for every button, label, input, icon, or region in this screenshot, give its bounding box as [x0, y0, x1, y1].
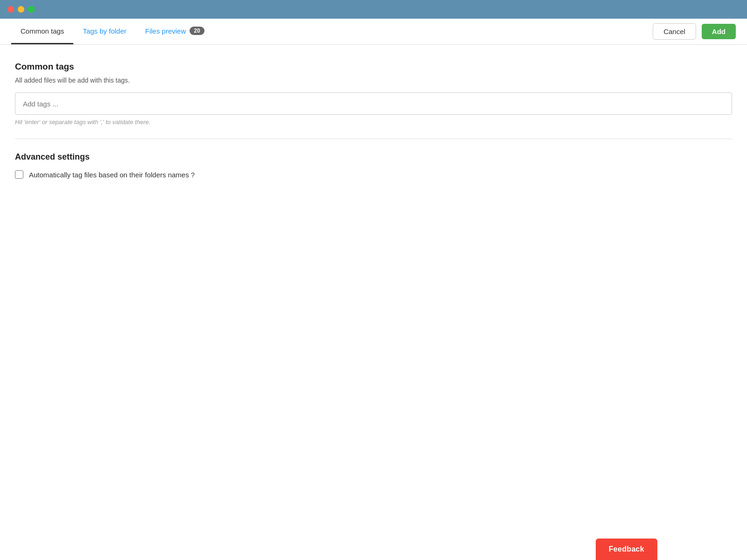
auto-tag-label[interactable]: Automatically tag files based on their f…	[29, 171, 195, 179]
add-button[interactable]: Add	[702, 24, 736, 39]
tab-tags-by-folder-label: Tags by folder	[83, 27, 126, 35]
advanced-settings-title: Advanced settings	[15, 152, 732, 162]
tags-hint: Hit 'enter' or separate tags with ',' to…	[15, 119, 732, 126]
maximize-button[interactable]	[28, 6, 35, 13]
main-content: Common tags All added files will be add …	[0, 45, 747, 179]
section-divider	[15, 139, 732, 139]
files-preview-badge: 20	[190, 27, 204, 35]
feedback-button[interactable]: Feedback	[596, 539, 657, 560]
section-title: Common tags	[15, 62, 732, 72]
tabbar: Common tags Tags by folder Files preview…	[0, 19, 747, 45]
titlebar	[0, 0, 747, 19]
tab-files-preview[interactable]: Files preview 20	[136, 19, 214, 44]
tab-files-preview-label: Files preview	[145, 27, 186, 35]
tabbar-actions: Cancel Add	[653, 23, 736, 40]
tab-tags-by-folder[interactable]: Tags by folder	[73, 19, 135, 44]
tab-common-tags[interactable]: Common tags	[11, 19, 73, 44]
close-button[interactable]	[7, 6, 14, 13]
tab-common-tags-label: Common tags	[21, 27, 64, 35]
cancel-button[interactable]: Cancel	[653, 23, 696, 40]
auto-tag-checkbox[interactable]	[15, 170, 23, 179]
auto-tag-row: Automatically tag files based on their f…	[15, 170, 732, 179]
section-subtitle: All added files will be add with this ta…	[15, 77, 732, 84]
tabs: Common tags Tags by folder Files preview…	[11, 19, 653, 44]
minimize-button[interactable]	[18, 6, 24, 13]
tags-input[interactable]	[15, 92, 732, 115]
